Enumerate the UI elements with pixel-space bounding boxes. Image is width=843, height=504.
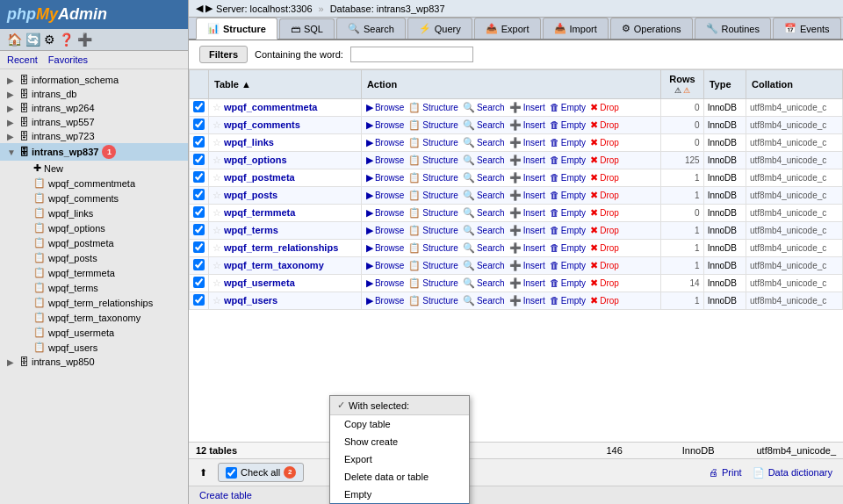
browse-btn-9[interactable]: ▶Browse xyxy=(366,260,404,271)
empty-btn-1[interactable]: 🗑Empty xyxy=(550,119,586,130)
empty-btn-0[interactable]: 🗑Empty xyxy=(550,102,586,112)
check-all-checkbox[interactable] xyxy=(226,467,237,479)
structure-btn-1[interactable]: 📋Structure xyxy=(408,119,458,131)
insert-btn-0[interactable]: ➕Insert xyxy=(509,102,545,113)
drop-btn-1[interactable]: ✖Drop xyxy=(590,119,619,131)
table-name-link-2[interactable]: wpqf_links xyxy=(224,137,274,148)
structure-btn-10[interactable]: 📋Structure xyxy=(408,277,458,289)
drop-btn-11[interactable]: ✖Drop xyxy=(590,295,619,306)
row-checkbox-6[interactable] xyxy=(190,205,209,222)
tab-operations[interactable]: ⚙Operations xyxy=(610,18,693,39)
insert-btn-5[interactable]: ➕Insert xyxy=(509,190,545,201)
table-name-link-3[interactable]: wpqf_options xyxy=(224,155,287,165)
sidebar-item-intrans_wp264[interactable]: ▶🗄intrans_wp264 xyxy=(0,101,188,115)
drop-btn-0[interactable]: ✖Drop xyxy=(590,102,619,113)
print-link[interactable]: 🖨 Print xyxy=(709,467,742,478)
star-icon-4[interactable]: ☆ xyxy=(213,172,221,183)
insert-btn-10[interactable]: ➕Insert xyxy=(509,277,545,289)
filter-input[interactable] xyxy=(350,47,473,62)
star-icon-11[interactable]: ☆ xyxy=(213,295,221,306)
tab-structure[interactable]: 📊Structure xyxy=(196,18,277,40)
table-name-link-9[interactable]: wpqf_term_taxonomy xyxy=(224,260,324,270)
structure-btn-3[interactable]: 📋Structure xyxy=(408,155,458,166)
favorites-link[interactable]: Favorites xyxy=(48,54,88,65)
sidebar-item-wpqf_terms[interactable]: 📋wpqf_terms xyxy=(0,280,188,295)
star-icon-7[interactable]: ☆ xyxy=(213,225,221,235)
refresh-icon[interactable]: 🔄 xyxy=(25,32,40,47)
search-btn-6[interactable]: 🔍Search xyxy=(463,207,505,219)
star-icon-5[interactable]: ☆ xyxy=(213,190,221,200)
table-name-link-8[interactable]: wpqf_term_relationships xyxy=(224,242,338,253)
star-icon-9[interactable]: ☆ xyxy=(213,260,221,270)
sidebar-item-wpqf_comments[interactable]: 📋wpqf_comments xyxy=(0,191,188,205)
insert-btn-6[interactable]: ➕Insert xyxy=(509,207,545,219)
table-name-link-0[interactable]: wpqf_commentmeta xyxy=(224,102,317,112)
sidebar-item-information_schema[interactable]: ▶🗄information_schema xyxy=(0,73,188,87)
search-btn-10[interactable]: 🔍Search xyxy=(463,277,505,289)
drop-btn-5[interactable]: ✖Drop xyxy=(590,190,619,201)
browse-btn-7[interactable]: ▶Browse xyxy=(366,225,404,236)
tab-import[interactable]: 📥Import xyxy=(543,18,609,39)
context-menu-item-delete-data[interactable]: Delete data or table xyxy=(330,468,469,486)
star-icon-6[interactable]: ☆ xyxy=(213,207,221,218)
sidebar-item-wpqf_postmeta[interactable]: 📋wpqf_postmeta xyxy=(0,235,188,250)
drop-btn-3[interactable]: ✖Drop xyxy=(590,155,619,166)
search-btn-0[interactable]: 🔍Search xyxy=(463,102,505,113)
star-icon-0[interactable]: ☆ xyxy=(213,102,221,112)
structure-btn-2[interactable]: 📋Structure xyxy=(408,137,458,148)
star-icon-8[interactable]: ☆ xyxy=(213,242,221,253)
context-menu-item-export[interactable]: Export xyxy=(330,450,469,468)
search-btn-8[interactable]: 🔍Search xyxy=(463,242,505,254)
table-name-link-7[interactable]: wpqf_terms xyxy=(224,225,278,235)
search-btn-7[interactable]: 🔍Search xyxy=(463,225,505,236)
insert-btn-4[interactable]: ➕Insert xyxy=(509,172,545,184)
empty-btn-11[interactable]: 🗑Empty xyxy=(550,295,586,306)
browse-btn-4[interactable]: ▶Browse xyxy=(366,172,404,184)
sidebar-item-wpqf_links[interactable]: 📋wpqf_links xyxy=(0,205,188,220)
structure-btn-6[interactable]: 📋Structure xyxy=(408,207,458,219)
tab-export[interactable]: 📤Export xyxy=(474,18,541,39)
row-checkbox-4[interactable] xyxy=(190,169,209,187)
search-btn-2[interactable]: 🔍Search xyxy=(463,137,505,148)
star-icon-10[interactable]: ☆ xyxy=(213,277,221,288)
row-checkbox-3[interactable] xyxy=(190,152,209,169)
sidebar-item-wpqf_term_relationships[interactable]: 📋wpqf_term_relationships xyxy=(0,295,188,310)
search-btn-11[interactable]: 🔍Search xyxy=(463,295,505,306)
row-checkbox-8[interactable] xyxy=(190,240,209,257)
insert-btn-11[interactable]: ➕Insert xyxy=(509,295,545,306)
settings-icon[interactable]: ⚙ xyxy=(44,32,55,47)
browse-btn-10[interactable]: ▶Browse xyxy=(366,277,404,289)
drop-btn-2[interactable]: ✖Drop xyxy=(590,137,619,148)
sidebar-item-wpqf_term_taxonomy[interactable]: 📋wpqf_term_taxonomy xyxy=(0,310,188,325)
empty-btn-4[interactable]: 🗑Empty xyxy=(550,172,586,183)
structure-btn-4[interactable]: 📋Structure xyxy=(408,172,458,184)
recent-link[interactable]: Recent xyxy=(7,54,38,65)
browse-btn-11[interactable]: ▶Browse xyxy=(366,295,404,306)
sidebar-item-wpqf_options[interactable]: 📋wpqf_options xyxy=(0,220,188,235)
browse-btn-5[interactable]: ▶Browse xyxy=(366,190,404,201)
insert-btn-1[interactable]: ➕Insert xyxy=(509,119,545,131)
tab-query[interactable]: ⚡Query xyxy=(407,18,472,39)
context-menu-item-copy-table[interactable]: Copy table xyxy=(330,415,469,433)
structure-btn-11[interactable]: 📋Structure xyxy=(408,295,458,306)
browse-btn-3[interactable]: ▶Browse xyxy=(366,155,404,166)
row-checkbox-0[interactable] xyxy=(190,99,209,117)
table-name-link-6[interactable]: wpqf_termmeta xyxy=(224,207,295,218)
help-icon[interactable]: ❓ xyxy=(59,32,74,47)
empty-btn-5[interactable]: 🗑Empty xyxy=(550,190,586,200)
table-name-link-10[interactable]: wpqf_usermeta xyxy=(224,277,295,288)
insert-btn-8[interactable]: ➕Insert xyxy=(509,242,545,254)
context-menu-item-show-create[interactable]: Show create xyxy=(330,433,469,450)
sidebar-item-wpqf_commentmeta[interactable]: 📋wpqf_commentmeta xyxy=(0,176,188,191)
col-table[interactable]: Table ▲ xyxy=(209,70,362,99)
sidebar-item-intrans_wp723[interactable]: ▶🗄intrans_wp723 xyxy=(0,129,188,143)
row-checkbox-9[interactable] xyxy=(190,257,209,275)
filters-button[interactable]: Filters xyxy=(199,46,248,63)
sidebar-item-intrans_wp850[interactable]: ▶🗄intrans_wp850 xyxy=(0,355,188,369)
search-btn-5[interactable]: 🔍Search xyxy=(463,190,505,201)
insert-btn-7[interactable]: ➕Insert xyxy=(509,225,545,236)
tab-routines[interactable]: 🔧Routines xyxy=(695,18,771,39)
empty-btn-2[interactable]: 🗑Empty xyxy=(550,137,586,148)
search-btn-4[interactable]: 🔍Search xyxy=(463,172,505,184)
home-icon[interactable]: 🏠 xyxy=(7,32,22,47)
